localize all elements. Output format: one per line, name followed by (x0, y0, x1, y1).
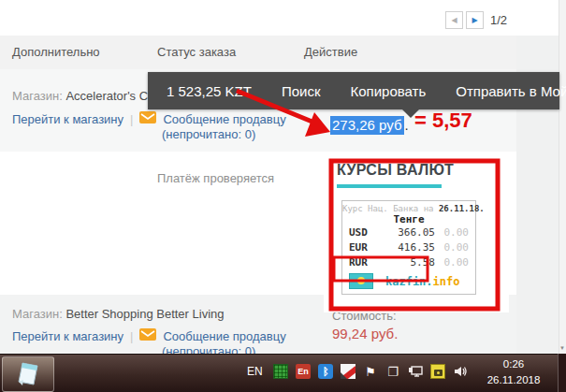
windows-stack-icon[interactable]: ❐ (385, 364, 400, 379)
rates-header-date: 26.11.18. (439, 204, 485, 213)
converted-amount: 1 523,25 KZT (148, 83, 267, 99)
table-header: Дополнительно Статус заказа Действие (0, 36, 516, 69)
message-seller-link[interactable]: Сообщение продавцу (163, 329, 285, 343)
clock-time: 0:26 (471, 356, 557, 372)
currency-value: 366.05 (379, 225, 435, 240)
store-label: Магазин: (12, 89, 63, 103)
punto-switcher-icon[interactable]: En (296, 364, 311, 379)
tooltip-search-button[interactable]: Поиск (267, 83, 336, 99)
currency-value: 5.58 (379, 255, 435, 270)
teal-underline (337, 184, 442, 188)
rates-table: Курс Нац. Банка на 26.11.18. Тенге USD 3… (341, 200, 476, 295)
currency-code: EUR (349, 240, 379, 255)
currency-extra: 0.00 (435, 225, 469, 240)
rates-currency-label: Тенге (342, 213, 475, 225)
store-line: Магазин: Better Shopping Better Living (12, 307, 225, 321)
tooltip-copy-button[interactable]: Копировать (335, 83, 441, 99)
green-grid-tray-icon[interactable] (273, 364, 288, 379)
rate-row-eur: EUR 416.35 0.00 (342, 240, 475, 255)
clock-date: 26.11.2018 (471, 372, 557, 388)
screen: ◀ ▶ 1/2 Дополнительно Статус заказа Дейс… (0, 0, 566, 392)
rate-row-rur: RUR 5.58 0.00 (342, 255, 475, 270)
currency-value: 416.35 (379, 240, 435, 255)
store-name: Better Shopping Better Living (65, 307, 224, 321)
column-header-additional: Дополнительно (12, 36, 100, 69)
currency-extra: 0.00 (435, 255, 469, 270)
vertical-scrollbar[interactable] (559, 0, 566, 354)
notepad-icon (15, 360, 41, 388)
unread-count[interactable]: (непрочитано: 0) (162, 127, 255, 141)
store-links: Перейти к магазину | Сообщение продавцу (12, 327, 286, 344)
scrollbar-down-arrow[interactable]: ▼ (559, 343, 566, 354)
store-name: Accelerator's Co (65, 89, 154, 103)
envelope-icon (139, 327, 156, 344)
bluetooth-icon[interactable]: ᛒ (318, 364, 333, 379)
order-status: Платёж проверяется (157, 171, 274, 185)
volume-icon[interactable] (453, 364, 468, 379)
language-indicator[interactable]: EN (247, 365, 263, 378)
column-header-status: Статус заказа (157, 36, 236, 69)
currency-rates-widget: КУРСЫ ВАЛЮТ Курс Нац. Банка на 26.11.18.… (324, 155, 509, 312)
show-desktop-button[interactable] (558, 354, 566, 392)
next-page-button[interactable]: ▶ (466, 11, 484, 29)
prev-page-button[interactable]: ◀ (445, 11, 463, 29)
envelope-icon (139, 110, 156, 127)
site-link[interactable]: kazfin.info (385, 275, 459, 288)
screenshot-tool-icon[interactable] (430, 364, 445, 379)
taskbar-clock[interactable]: 0:26 26.11.2018 (471, 356, 557, 388)
equals-annotation: = 5,57 (414, 109, 472, 133)
rates-footer: kazfin.info (342, 273, 475, 289)
go-to-store-link[interactable]: Перейти к магазину (12, 329, 123, 343)
store-links: Перейти к магазину | Сообщение продавцу (12, 110, 286, 127)
context-tooltip: 1 523,25 KZT Поиск Копировать Отправить … (148, 72, 559, 109)
site-name: kazfin. (385, 275, 433, 288)
rates-widget-title: КУРСЫ ВАЛЮТ (337, 162, 454, 179)
currency-code: RUR (349, 255, 379, 270)
go-to-store-link[interactable]: Перейти к магазину (12, 112, 123, 126)
kazakhstan-flag-icon (349, 273, 373, 289)
store-label: Магазин: (12, 307, 63, 321)
order-price: 273,26 руб. (330, 117, 409, 133)
site-tld: info (433, 275, 460, 288)
rates-header: Курс Нац. Банка на 26.11.18. (342, 204, 475, 213)
column-header-action: Действие (304, 36, 357, 69)
message-seller-link[interactable]: Сообщение продавцу (163, 112, 285, 126)
price-suffix: . (404, 117, 408, 133)
rate-row-usd: USD 366.05 0.00 (342, 225, 475, 240)
action-center-flag-icon[interactable]: ⚑ (363, 364, 378, 379)
kaspersky-icon[interactable] (341, 364, 356, 379)
taskbar-app-button[interactable] (2, 356, 54, 392)
currency-code: USD (349, 225, 379, 240)
system-tray: En ᛒ ⚑ ❐ (273, 364, 468, 379)
rates-header-prefix: Курс Нац. Банка на (342, 204, 439, 213)
pagination: ◀ ▶ 1/2 (445, 11, 507, 29)
link-divider: | (130, 329, 133, 343)
store-line: Магазин: Accelerator's Co (12, 89, 154, 103)
page-indicator: 1/2 (490, 13, 507, 27)
selected-price-text[interactable]: 273,26 руб (330, 116, 404, 135)
currency-extra: 0.00 (435, 240, 469, 255)
network-icon[interactable] (408, 364, 423, 379)
tooltip-send-flow-button[interactable]: Отправить в Мой Flow (441, 83, 566, 99)
order-price: 99,24 руб. (332, 326, 398, 341)
link-divider: | (130, 112, 133, 126)
